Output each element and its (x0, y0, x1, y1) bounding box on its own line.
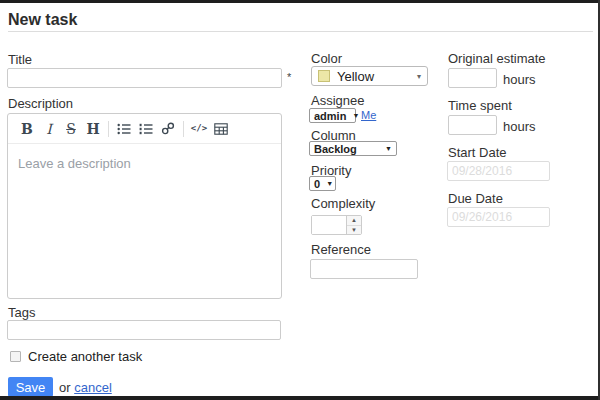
code-icon[interactable]: </> (190, 118, 208, 140)
time-spent-label: Time spent (448, 98, 512, 113)
column-selected-value: Backlog (314, 143, 357, 155)
complexity-spinner[interactable]: ▲ ▼ (346, 216, 361, 234)
original-estimate-label: Original estimate (448, 51, 546, 66)
column-select[interactable]: Backlog ▼ (309, 141, 397, 156)
description-editor: B I S H (7, 113, 282, 299)
spinner-up-icon[interactable]: ▲ (347, 216, 361, 225)
yellow-swatch-icon (318, 70, 330, 82)
due-date-input[interactable] (447, 207, 550, 227)
spinner-down-icon[interactable]: ▼ (347, 225, 361, 235)
page-title-divider (8, 31, 593, 32)
description-toolbar: B I S H (8, 114, 281, 144)
color-selected-value: Yellow (337, 69, 374, 84)
time-spent-input[interactable] (448, 115, 497, 135)
tags-label: Tags (8, 305, 35, 320)
create-another-row: Create another task (10, 349, 142, 364)
assign-me-link[interactable]: Me (361, 109, 376, 121)
reference-label: Reference (311, 242, 371, 257)
assignee-selected-value: admin (314, 110, 346, 122)
strikethrough-icon[interactable]: S (62, 118, 80, 140)
toolbar-separator (108, 121, 109, 137)
description-label: Description (8, 96, 73, 111)
unordered-list-icon[interactable] (115, 118, 133, 140)
time-spent-suffix: hours (503, 119, 536, 134)
ordered-list-icon[interactable] (137, 118, 155, 140)
save-button[interactable]: Save (8, 377, 53, 397)
screenshot-top-border (0, 0, 600, 3)
screenshot-bottom-border (0, 396, 600, 400)
table-icon[interactable] (212, 118, 230, 140)
priority-selected-value: 0 (314, 178, 320, 190)
italic-icon[interactable]: I (40, 118, 58, 140)
chevron-down-icon: ▼ (326, 180, 333, 187)
complexity-label: Complexity (311, 196, 375, 211)
heading-icon[interactable]: H (84, 118, 102, 140)
bold-icon[interactable]: B (18, 118, 36, 140)
create-another-label: Create another task (28, 349, 142, 364)
or-text: or (59, 380, 71, 395)
assignee-label: Assignee (311, 93, 364, 108)
create-another-checkbox[interactable] (10, 351, 21, 362)
reference-input[interactable] (310, 259, 418, 279)
complexity-input: ▲ ▼ (311, 215, 362, 235)
new-task-page: New task Title * Description B I S H (0, 0, 600, 400)
title-input[interactable] (7, 68, 282, 88)
original-estimate-input[interactable] (448, 68, 497, 88)
chevron-down-icon: ▾ (417, 72, 421, 81)
complexity-value-field[interactable] (312, 216, 346, 234)
save-alternative: or cancel (59, 380, 112, 395)
link-icon[interactable] (159, 118, 177, 140)
title-label: Title (8, 52, 32, 67)
color-select[interactable]: Yellow ▾ (311, 66, 428, 86)
required-marker: * (287, 71, 291, 83)
original-estimate-suffix: hours (503, 72, 536, 87)
color-label: Color (311, 51, 342, 66)
chevron-down-icon: ▼ (385, 145, 392, 152)
toolbar-separator (183, 121, 184, 137)
priority-select[interactable]: 0 ▼ (309, 176, 336, 191)
chevron-down-icon: ▼ (352, 112, 359, 119)
start-date-label: Start Date (448, 145, 507, 160)
page-title: New task (8, 11, 77, 29)
description-textarea[interactable] (8, 144, 281, 298)
cancel-link[interactable]: cancel (74, 380, 112, 395)
due-date-label: Due Date (448, 191, 503, 206)
start-date-input[interactable] (447, 161, 550, 181)
tags-input[interactable] (7, 320, 281, 340)
assignee-select[interactable]: admin ▼ (309, 108, 356, 123)
